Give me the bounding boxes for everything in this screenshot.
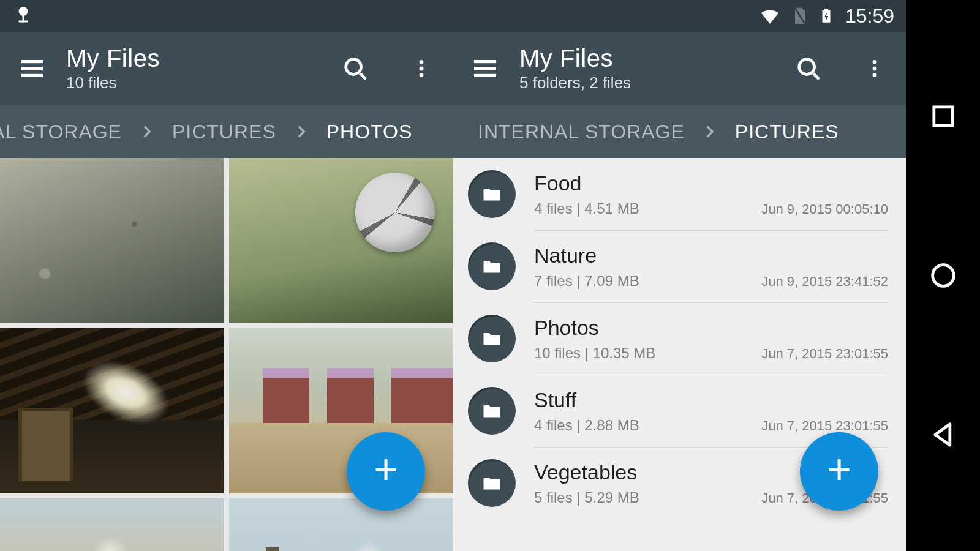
svg-rect-13 [824, 9, 829, 10]
title-block: My Files 5 folders, 2 files [519, 45, 631, 92]
svg-point-6 [346, 59, 361, 75]
status-bar-right: 15:59 [453, 0, 907, 32]
svg-rect-17 [474, 74, 496, 77]
folder-icon [468, 387, 516, 435]
fab-add-button[interactable]: + [800, 432, 878, 511]
search-button[interactable] [339, 53, 371, 84]
menu-button[interactable] [469, 53, 501, 84]
back-button[interactable] [925, 416, 962, 453]
folder-icon [468, 315, 516, 362]
sim-icon [790, 6, 810, 26]
svg-point-22 [873, 73, 877, 77]
app-subtitle: 10 files [66, 73, 160, 92]
svg-rect-5 [21, 74, 43, 77]
photo-thumb[interactable] [0, 498, 224, 551]
app-title: My Files [66, 45, 160, 72]
svg-point-21 [873, 67, 877, 71]
photo-thumb[interactable] [0, 158, 224, 323]
svg-point-20 [873, 60, 877, 64]
status-bar-left [0, 0, 453, 32]
chevron-right-icon [691, 124, 729, 140]
right-pane: 15:59 My Files 5 folders, 2 files INTERN [453, 0, 907, 551]
folder-icon [468, 170, 516, 218]
svg-rect-16 [474, 67, 496, 70]
list-item[interactable]: Photos 10 files | 10.35 MB Jun 7, 2015 2… [453, 302, 907, 375]
device-frame: My Files 10 files RNAL STORAGE PICTURES … [0, 0, 980, 551]
android-debug-icon [12, 5, 34, 27]
crumb-storage[interactable]: RNAL STORAGE [0, 121, 128, 143]
overflow-menu-button[interactable] [405, 53, 437, 84]
svg-point-10 [420, 73, 424, 77]
svg-point-9 [420, 67, 424, 71]
app-title: My Files [519, 45, 631, 72]
photo-thumb[interactable] [229, 498, 453, 551]
item-date: Jun 7, 2015 23:01:55 [761, 346, 888, 362]
crumb-storage[interactable]: INTERNAL STORAGE [472, 121, 691, 143]
item-meta: 10 files | 10.35 MB [534, 345, 655, 362]
search-button[interactable] [793, 53, 824, 84]
item-name: Nature [534, 244, 888, 268]
svg-rect-15 [474, 60, 496, 63]
recents-button[interactable] [925, 98, 962, 135]
svg-point-24 [933, 265, 954, 287]
svg-line-7 [360, 73, 366, 80]
folder-icon [468, 459, 516, 507]
svg-rect-23 [934, 107, 952, 126]
item-meta: 7 files | 7.09 MB [534, 272, 639, 290]
item-date: Jun 9, 2015 00:05:10 [761, 201, 888, 217]
photo-thumb[interactable] [0, 328, 224, 493]
title-block: My Files 10 files [66, 45, 160, 92]
left-pane: My Files 10 files RNAL STORAGE PICTURES … [0, 0, 453, 551]
item-date: Jun 9, 2015 23:41:52 [761, 274, 888, 290]
crumb-pictures[interactable]: PICTURES [166, 121, 282, 143]
app-bar-left: My Files 10 files [0, 32, 453, 105]
item-date: Jun 7, 2015 23:01:55 [761, 418, 888, 434]
list-item[interactable]: Food 4 files | 4.51 MB Jun 9, 2015 00:05… [453, 158, 907, 230]
list-item[interactable]: Nature 7 files | 7.09 MB Jun 9, 2015 23:… [453, 230, 907, 302]
svg-rect-2 [19, 21, 28, 23]
app-bar-right: My Files 5 folders, 2 files [453, 32, 907, 105]
item-name: Food [534, 171, 888, 195]
overflow-menu-button[interactable] [859, 53, 891, 84]
battery-charging-icon [818, 4, 834, 28]
breadcrumb-right: INTERNAL STORAGE PICTURES [453, 105, 907, 158]
photo-thumb[interactable] [229, 158, 453, 323]
svg-marker-25 [935, 424, 950, 446]
svg-point-0 [19, 7, 28, 16]
svg-rect-3 [21, 60, 43, 63]
item-meta: 5 files | 5.29 MB [534, 489, 639, 506]
svg-rect-4 [21, 67, 43, 70]
fab-add-button[interactable]: + [347, 432, 425, 511]
app-subtitle: 5 folders, 2 files [519, 73, 631, 92]
system-nav-rail [907, 0, 980, 551]
svg-line-19 [813, 73, 820, 80]
breadcrumb-left: RNAL STORAGE PICTURES PHOTOS [0, 105, 453, 158]
item-name: Photos [534, 316, 888, 340]
menu-button[interactable] [16, 53, 48, 84]
item-meta: 4 files | 2.88 MB [534, 417, 639, 434]
chevron-right-icon [282, 124, 320, 140]
svg-point-8 [420, 60, 424, 64]
crumb-pictures[interactable]: PICTURES [729, 121, 845, 143]
item-meta: 4 files | 4.51 MB [534, 200, 639, 217]
item-name: Stuff [534, 388, 888, 412]
chevron-right-icon [128, 124, 166, 140]
wifi-icon [758, 4, 782, 28]
status-time: 15:59 [845, 5, 894, 28]
home-button[interactable] [925, 257, 962, 294]
folder-icon [468, 242, 516, 290]
crumb-photos[interactable]: PHOTOS [320, 121, 419, 143]
svg-point-18 [799, 59, 815, 75]
